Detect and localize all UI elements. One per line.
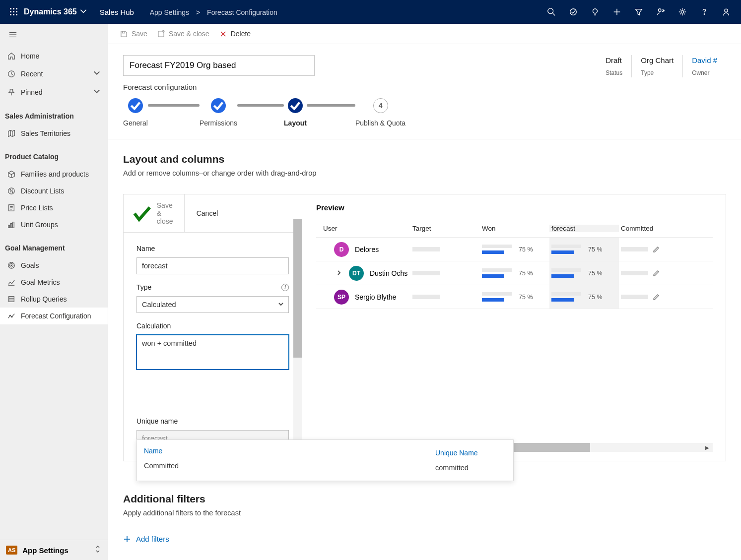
table-row[interactable]: SP Sergio Blythe 75 % 75 % [316, 285, 713, 309]
nav-forecast-config[interactable]: Forecast Configuration [0, 308, 108, 324]
col-won[interactable]: Won [480, 225, 549, 232]
svg-point-21 [704, 14, 704, 14]
col-target[interactable]: Target [410, 225, 480, 232]
metric-cell [410, 247, 480, 251]
nav-home[interactable]: Home [0, 48, 108, 64]
step-connector [237, 104, 284, 107]
brand-chevron[interactable] [79, 6, 88, 17]
user-cell: D Delores [316, 242, 410, 257]
user-name: Sergio Blythe [355, 293, 396, 301]
account-button[interactable] [715, 0, 737, 24]
svg-rect-41 [8, 225, 10, 228]
step-connector [148, 104, 200, 107]
col-user[interactable]: User [316, 225, 410, 232]
cmd-label: Save [132, 30, 147, 38]
settings-button[interactable] [672, 0, 693, 24]
cmd-label: Save & close [169, 30, 209, 38]
brand-label[interactable]: Dynamics 365 [24, 7, 77, 16]
preview-panel: Preview User Target Won forecast Committ… [302, 194, 726, 461]
col-forecast[interactable]: forecast [549, 225, 619, 232]
pencil-icon[interactable] [652, 269, 660, 277]
nav-unitgroups[interactable]: Unit Groups [0, 216, 108, 233]
package-icon [7, 170, 15, 178]
nav-recent[interactable]: Recent [0, 64, 108, 83]
suggest-row-unique[interactable]: committed [435, 464, 500, 472]
pencil-icon[interactable] [652, 293, 660, 301]
search-button[interactable] [540, 0, 562, 24]
suggest-row-name[interactable]: Committed [144, 462, 414, 470]
nav-families[interactable]: Families and products [0, 166, 108, 183]
form-cancel-button[interactable]: Cancel [184, 194, 226, 232]
filter-button[interactable] [628, 0, 650, 24]
metric-cell [619, 293, 688, 301]
avatar: D [334, 242, 349, 257]
delete-button[interactable]: Delete [219, 30, 251, 38]
help-button[interactable] [693, 0, 715, 24]
column-form-panel: Save & close Cancel Name Type i [124, 194, 302, 461]
suggest-header-unique: Unique Name [435, 449, 500, 457]
nav-area-switcher[interactable]: AS App Settings [0, 540, 108, 560]
nav-label: Price Lists [21, 204, 53, 212]
nav-goals[interactable]: Goals [0, 257, 108, 274]
breadcrumb-level2[interactable]: Forecast Configuration [207, 8, 277, 16]
breadcrumb-app[interactable]: Sales Hub [100, 8, 134, 16]
form-save-close-button[interactable]: Save & close [124, 194, 184, 232]
area-label: App Settings [22, 546, 68, 555]
meta-owner[interactable]: David # Owner [682, 55, 726, 77]
step-connector [307, 104, 355, 107]
nav-label: Home [21, 52, 39, 60]
task-button[interactable] [562, 0, 584, 24]
calculation-input[interactable]: won + committed [136, 335, 289, 370]
type-select[interactable]: Calculated [136, 296, 289, 313]
add-filters-button[interactable]: Add filters [123, 535, 726, 543]
step-layout[interactable]: Layout [284, 98, 307, 127]
nav-sales-territories[interactable]: Sales Territories [0, 125, 108, 142]
nav-label: Rollup Queries [21, 295, 67, 303]
funnel-icon [634, 7, 643, 16]
nav-discount[interactable]: Discount Lists [0, 183, 108, 199]
nav-pinned[interactable]: Pinned [0, 83, 108, 101]
step-general[interactable]: General [123, 98, 148, 127]
user-cell: DT Dustin Ochs [316, 266, 410, 281]
metric-cell: 75 % [480, 268, 549, 278]
nav-goal-metrics[interactable]: Goal Metrics [0, 274, 108, 291]
col-committed[interactable]: Committed [619, 225, 688, 232]
app-launcher-button[interactable] [4, 0, 24, 24]
chevron-down-icon [93, 69, 101, 77]
svg-rect-43 [13, 222, 14, 228]
name-input[interactable] [136, 257, 289, 274]
autocomplete-popup[interactable]: Name Committed Unique Name committed [136, 439, 514, 481]
insights-button[interactable] [584, 0, 606, 24]
user-cell: SP Sergio Blythe [316, 290, 410, 305]
scroll-right-button[interactable]: ▶ [703, 443, 712, 452]
share-button[interactable] [650, 0, 672, 24]
svg-line-30 [8, 173, 11, 175]
nav-rollup[interactable]: Rollup Queries [0, 291, 108, 308]
svg-marker-17 [636, 9, 642, 15]
record-header: Forecast configuration Draft Status Org … [108, 44, 741, 94]
info-icon[interactable]: i [281, 284, 289, 291]
nav-toggle-button[interactable] [0, 24, 108, 48]
svg-point-22 [725, 9, 728, 12]
chevron-right-icon[interactable] [336, 270, 342, 276]
svg-rect-5 [16, 11, 17, 12]
save-button[interactable]: Save [120, 30, 147, 38]
table-row[interactable]: D Delores 75 % 75 % [316, 238, 713, 261]
app-topbar: Dynamics 365 Sales Hub App Settings > Fo… [0, 0, 741, 24]
pencil-icon[interactable] [652, 246, 660, 253]
table-row[interactable]: DT Dustin Ochs 75 % 75 % [316, 261, 713, 285]
check-icon [288, 98, 303, 113]
step-permissions[interactable]: Permissions [200, 98, 237, 127]
left-nav: Home Recent Pinned Sales Administration … [0, 24, 108, 560]
breadcrumb-level1[interactable]: App Settings [150, 8, 189, 16]
preview-title: Preview [316, 203, 713, 212]
nav-pricelists[interactable]: Price Lists [0, 199, 108, 216]
column-editor: Save & close Cancel Name Type i [123, 194, 726, 461]
step-publish[interactable]: 4 Publish & Quota [355, 98, 405, 127]
type-label: Type i [136, 283, 289, 291]
add-button[interactable] [606, 0, 628, 24]
meta-type: Org Chart Type [631, 55, 682, 77]
save-close-button[interactable]: Save & close [157, 30, 209, 38]
record-title-input[interactable] [123, 55, 315, 76]
form-scrollbar-thumb[interactable] [293, 219, 302, 358]
